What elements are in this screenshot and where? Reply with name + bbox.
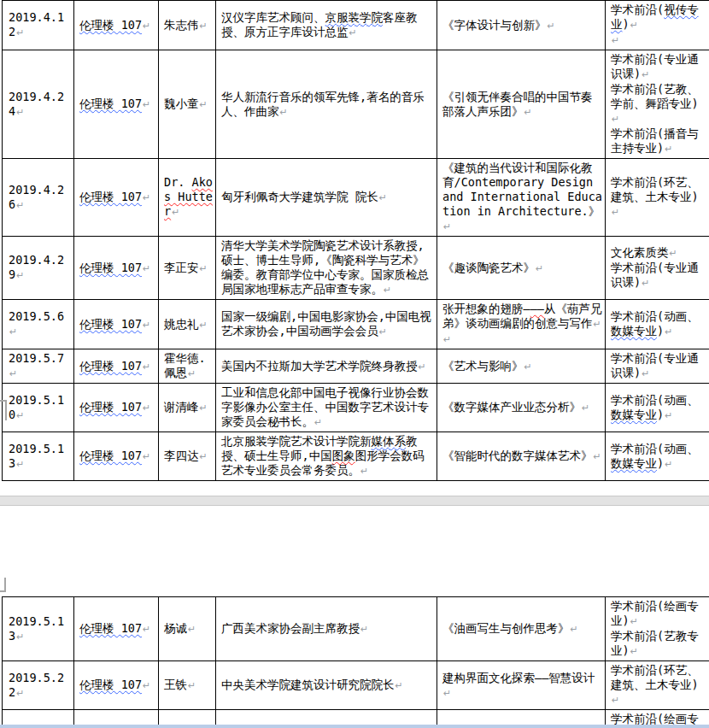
text-run: 《智能时代的数字媒体艺术》 bbox=[442, 449, 593, 462]
text-run: ) bbox=[657, 456, 664, 470]
text-run: 文化素质类 bbox=[611, 245, 669, 259]
paragraph: 《数字媒体产业业态分析》↵ bbox=[442, 400, 602, 415]
paragraph-mark-icon: ↵ bbox=[664, 410, 672, 421]
spellcheck-marked-text: 伦理楼 107 bbox=[79, 678, 142, 691]
cell-speaker[interactable]: 王铁↵ bbox=[159, 661, 216, 710]
cell-date[interactable]: 2019.5.7↵ bbox=[3, 349, 74, 384]
cell-category[interactable]: 学术前沿(视传专业)↵↵ bbox=[606, 1, 709, 50]
paragraph: 学术前沿(视传专业)↵ bbox=[611, 3, 706, 32]
paragraph-mark-icon: ↵ bbox=[142, 624, 150, 635]
cell-intro[interactable]: 国家一级编剧,中国电影家协会,中国电视艺术家协会,中国动画学会会员↵ bbox=[216, 300, 437, 349]
text-run: ) bbox=[657, 408, 664, 421]
cell-title[interactable]: 《数字媒体产业业态分析》↵ bbox=[437, 384, 606, 432]
text-run: 杨诚 bbox=[164, 621, 187, 635]
cell-date[interactable]: 2019.5.13↵ bbox=[3, 432, 74, 481]
cell-speaker[interactable]: Dr. Akos Hutter↵ bbox=[159, 159, 216, 237]
cell-category[interactable]: 学术前沿(动画、数媒专业)↵ bbox=[606, 384, 709, 432]
cell-category[interactable]: 学术前沿(环艺、建筑、土木专业)↵ bbox=[606, 159, 709, 237]
cell-date[interactable]: 2019.5.22↵ bbox=[3, 661, 74, 710]
cell-date[interactable]: 2019.5.13↵ bbox=[3, 597, 74, 661]
cell-title[interactable]: 《建筑的当代设计和国际化教育/Contemporary Design and I… bbox=[437, 159, 606, 237]
cell-location[interactable]: 伦理楼 107↵ bbox=[74, 432, 159, 481]
spellcheck-marked-text: —— bbox=[530, 302, 544, 315]
cell-speaker[interactable]: 霍华德.佩恩↵ bbox=[159, 349, 216, 384]
cell-speaker[interactable]: 杨诚↵ bbox=[159, 597, 216, 661]
paragraph: 工业和信息化部中国电子视像行业协会数字影像办公室主任、中国数字艺术设计专家委员会… bbox=[221, 385, 434, 430]
cell-date[interactable]: 2019.4.29↵ bbox=[3, 237, 74, 300]
cell-speaker[interactable]: 朱志伟↵ bbox=[159, 1, 216, 50]
cell-category[interactable]: 文化素质类↵学术前沿(专业通识课)↵ bbox=[606, 237, 709, 300]
cell-date[interactable]: 2019.5.6↵ bbox=[3, 300, 74, 349]
cell-intro[interactable]: 清华大学美术学院陶瓷艺术设计系教授,硕士、博士生导师,《陶瓷科学与艺术》编委。教… bbox=[216, 237, 437, 300]
cell-location[interactable]: 伦理楼 107↵ bbox=[74, 50, 159, 159]
cell-intro[interactable]: 汉仪字库艺术顾问、京服装学院客座教授、原方正字库设计总监↵ bbox=[216, 1, 437, 50]
cell-speaker[interactable]: 李四达↵ bbox=[159, 432, 216, 481]
cell-category[interactable]: 学术前沿(绘画专业)↵学术前沿(艺教专业)↵ bbox=[606, 597, 709, 661]
paragraph-mark-icon: ↵ bbox=[15, 270, 24, 281]
paragraph-mark-icon: ↵ bbox=[313, 417, 322, 428]
cell-title[interactable]: 《引领无伴奏合唱的中国节奏部落人声乐团》↵ bbox=[437, 50, 606, 159]
cell-location[interactable]: 伦理楼 107↵ bbox=[74, 237, 159, 300]
lecture-schedule-table-page2[interactable]: 2019.5.13↵伦理楼 107↵杨诚↵广西美术家协会副主席教授↵《油画写生与… bbox=[2, 596, 709, 728]
paragraph: 霍华德.佩恩↵ bbox=[164, 351, 213, 381]
cell-speaker[interactable]: 姚忠礼↵ bbox=[159, 300, 216, 349]
paragraph-mark-icon: ↵ bbox=[630, 20, 638, 31]
cell-category[interactable]: 学术前沿(专业通识课)↵学术前沿(艺教、学前、舞蹈专业)↵学术前沿(播音与主持专… bbox=[606, 50, 709, 159]
paragraph: 匈牙利佩奇大学建筑学院 院长↵ bbox=[221, 190, 434, 205]
cell-location[interactable]: 伦理楼 107↵ bbox=[74, 1, 159, 50]
cell-speaker[interactable]: 谢清峰↵ bbox=[159, 384, 216, 432]
paragraph-mark-icon: ↵ bbox=[142, 99, 150, 110]
text-run: 学术前沿(环艺、建筑、土木专业) bbox=[611, 663, 699, 691]
cell-intro[interactable]: 中央美术学院建筑设计研究院院长↵ bbox=[216, 661, 437, 710]
cell-speaker[interactable]: 魏小童↵ bbox=[159, 50, 216, 159]
lecture-schedule-table-page1[interactable]: 2019.4.12↵伦理楼 107↵朱志伟↵汉仪字库艺术顾问、京服装学院客座教授… bbox=[2, 0, 709, 481]
cell-location[interactable]: 伦理楼 107↵ bbox=[74, 159, 159, 237]
cell-title[interactable]: 张开想象的翅膀———从《葫芦兄弟》谈动画编剧的创意与写作↵↵ bbox=[437, 300, 606, 349]
paragraph: 伦理楼 107↵ bbox=[79, 359, 155, 374]
table-row: 2019.4.24↵伦理楼 107↵魏小童↵华人新流行音乐的领军先锋,著名的音乐… bbox=[3, 50, 709, 159]
cell-intro[interactable]: 工业和信息化部中国电子视像行业协会数字影像办公室主任、中国数字艺术设计专家委员会… bbox=[216, 384, 437, 432]
cell-title[interactable]: 《趣谈陶瓷艺术》↵ bbox=[437, 237, 606, 300]
paragraph: 《趣谈陶瓷艺术》↵ bbox=[442, 261, 602, 276]
spellcheck-marked-text: 伦理楼 107 bbox=[79, 97, 142, 110]
cell-intro[interactable]: 广西美术家协会副主席教授↵ bbox=[216, 597, 437, 661]
cell-location[interactable]: 伦理楼 107↵ bbox=[74, 384, 159, 432]
cell-title[interactable]: 《艺术与影响》↵ bbox=[437, 349, 606, 384]
cell-location[interactable]: 伦理楼 107↵ bbox=[74, 349, 159, 384]
paragraph: 朱志伟↵ bbox=[164, 18, 213, 33]
cell-location[interactable]: 伦理楼 107↵ bbox=[74, 597, 159, 661]
paragraph-mark-icon: ↵ bbox=[524, 361, 532, 373]
cell-category[interactable]: 学术前沿(环艺、建筑、土木专业)↵ bbox=[606, 661, 709, 710]
cell-category[interactable]: 学术前沿(动画、数媒专业)↵ bbox=[606, 432, 709, 481]
text-run: 建构界面文化探索——智慧设计 bbox=[442, 671, 595, 684]
paragraph: Dr. Akos Hutter↵ bbox=[164, 175, 213, 220]
cell-intro[interactable]: 北京服装学院艺术设计学院新媒体系教授、硕士生导师,中国图象图形学会数码艺术专业委… bbox=[216, 432, 437, 481]
cell-title[interactable]: 《智能时代的数字媒体艺术》↵ bbox=[437, 432, 606, 481]
cell-location[interactable]: 伦理楼 107↵ bbox=[74, 661, 159, 710]
paragraph: 伦理楼 107↵ bbox=[79, 18, 155, 33]
cell-date[interactable]: 2019.5.10↵ bbox=[3, 384, 74, 432]
document-page[interactable]: 2019.4.12↵伦理楼 107↵朱志伟↵汉仪字库艺术顾问、京服装学院客座教授… bbox=[0, 0, 709, 728]
cell-title[interactable]: 《油画写生与创作思考》↵ bbox=[437, 597, 606, 661]
cell-intro[interactable]: 美国内不拉斯加大学艺术学院终身教授↵ bbox=[216, 349, 437, 384]
cell-title[interactable]: 《字体设计与创新》↵ bbox=[437, 1, 606, 50]
cell-title[interactable]: 建构界面文化探索——智慧设计↵ bbox=[437, 661, 606, 710]
paragraph: 伦理楼 107↵ bbox=[79, 678, 155, 693]
paragraph: ↵ bbox=[611, 32, 706, 48]
cell-date[interactable]: 2019.4.26↵ bbox=[3, 159, 74, 237]
cell-date[interactable]: 2019.4.24↵ bbox=[3, 50, 74, 159]
cell-location[interactable]: 伦理楼 107↵ bbox=[74, 300, 159, 349]
paragraph: 《建筑的当代设计和国际化教育/Contemporary Design and I… bbox=[442, 161, 602, 234]
cell-category[interactable]: 学术前沿(动画、数媒专业)↵ bbox=[606, 300, 709, 349]
paragraph: 张开想象的翅膀———从《葫芦兄弟》谈动画编剧的创意与写作↵ bbox=[442, 302, 602, 332]
paragraph-mark-icon: ↵ bbox=[199, 99, 208, 110]
cell-date[interactable]: 2019.4.12↵ bbox=[3, 1, 74, 50]
text-run: 王铁 bbox=[164, 678, 187, 691]
cell-intro[interactable]: 匈牙利佩奇大学建筑学院 院长↵ bbox=[216, 159, 437, 237]
cell-speaker[interactable]: 李正安↵ bbox=[159, 237, 216, 300]
cell-category[interactable]: 学术前沿(专业通识课)↵ bbox=[606, 349, 709, 384]
paragraph: 伦理楼 107↵ bbox=[79, 449, 155, 464]
text-run: 广西美术家协会副主席教授 bbox=[221, 621, 360, 635]
paragraph-mark-icon: ↵ bbox=[142, 192, 150, 203]
cell-intro[interactable]: 华人新流行音乐的领军先锋,著名的音乐人、作曲家↵ bbox=[216, 50, 437, 159]
